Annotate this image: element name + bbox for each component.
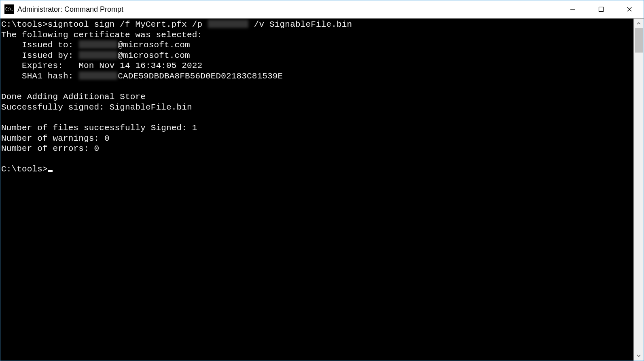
output-done-store: Done Adding Additional Store [1, 92, 633, 102]
cursor [48, 170, 53, 172]
blank-line-3 [1, 154, 633, 165]
output-issued-to: Issued to: @microsoft.com [1, 40, 633, 51]
sha1-label: SHA1 hash: [1, 72, 78, 81]
redacted-sha1 [79, 72, 117, 80]
redacted-password [208, 20, 248, 28]
terminal-output[interactable]: C:\tools>signtool sign /f MyCert.pfx /p … [0, 19, 633, 361]
blank-line-1 [1, 82, 633, 92]
scroll-up-button[interactable] [634, 19, 644, 28]
output-success: Successfully signed: SignableFile.bin [1, 102, 633, 113]
output-cert-selected: The following certificate was selected: [1, 30, 633, 40]
maximize-button[interactable] [587, 0, 615, 18]
command-text-part2: /v SignableFile.bin [249, 20, 352, 29]
command-text-part1: signtool sign /f MyCert.pfx /p [48, 20, 208, 29]
blank-line-2 [1, 112, 633, 123]
window-title: Administrator: Command Prompt [17, 5, 559, 14]
output-num-signed: Number of files successfully Signed: 1 [1, 123, 633, 133]
cmd-icon: C:\. [4, 4, 14, 14]
svg-rect-1 [599, 7, 604, 12]
chevron-down-icon [637, 354, 641, 358]
scroll-track[interactable] [634, 28, 644, 351]
redacted-issued-by [79, 51, 117, 59]
issued-to-value: @microsoft.com [118, 40, 190, 50]
scroll-thumb[interactable] [635, 28, 643, 53]
output-sha1: SHA1 hash: CADE59DBDBA8FB56D0ED02183C815… [1, 71, 633, 82]
command-prompt-window: C:\. Administrator: Command Prompt C:\to… [0, 0, 644, 361]
issued-to-label: Issued to: [1, 40, 78, 50]
close-button[interactable] [615, 0, 644, 18]
idle-prompt: C:\tools> [1, 165, 48, 174]
cmd-icon-label: C:\. [5, 7, 13, 11]
issued-by-label: Issued by: [1, 51, 78, 60]
output-num-warnings: Number of warnings: 0 [1, 133, 633, 144]
minimize-button[interactable] [559, 0, 587, 18]
client-area: C:\tools>signtool sign /f MyCert.pfx /p … [0, 19, 644, 361]
output-issued-by: Issued by: @microsoft.com [1, 51, 633, 61]
chevron-up-icon [637, 21, 641, 25]
output-num-errors: Number of errors: 0 [1, 144, 633, 154]
vertical-scrollbar[interactable] [633, 19, 644, 361]
command-line: C:\tools>signtool sign /f MyCert.pfx /p … [1, 19, 633, 30]
idle-prompt-line: C:\tools> [1, 164, 633, 175]
titlebar[interactable]: C:\. Administrator: Command Prompt [0, 0, 644, 19]
redacted-issued-to [79, 40, 117, 49]
prompt-text: C:\tools> [1, 20, 48, 29]
scroll-down-button[interactable] [634, 351, 644, 361]
output-expires: Expires: Mon Nov 14 16:34:05 2022 [1, 61, 633, 71]
issued-by-value: @microsoft.com [118, 51, 190, 60]
sha1-value: CADE59DBDBA8FB56D0ED02183C81539E [118, 72, 283, 81]
